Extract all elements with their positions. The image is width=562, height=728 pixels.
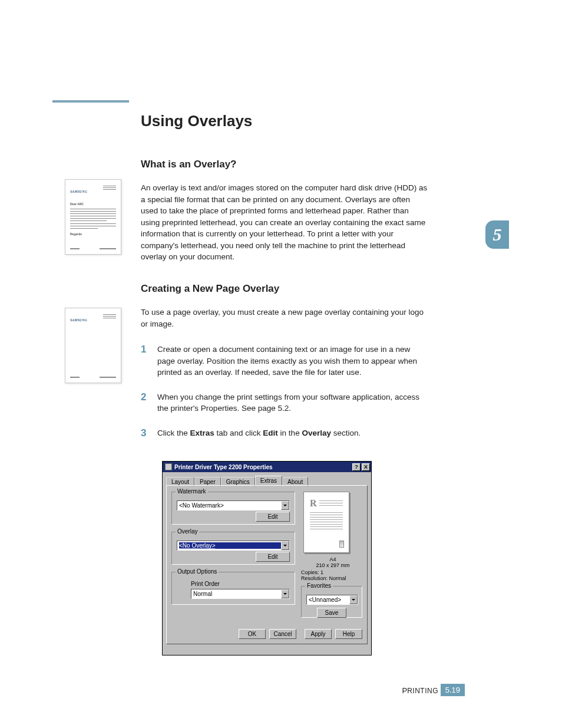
section-heading-creating: Creating a New Page Overlay [141, 283, 429, 295]
step-text: When you change the print settings from … [157, 393, 419, 413]
step-number: 2 [141, 390, 146, 405]
step-number: 3 [141, 426, 146, 441]
printer-icon [165, 463, 172, 470]
overlay-group-label: Overlay [176, 528, 199, 535]
dropdown-arrow-icon[interactable] [281, 589, 289, 598]
section-heading-what-is: What is an Overlay? [141, 159, 429, 170]
print-order-combo[interactable]: Normal [191, 589, 290, 599]
letterhead-sample-full: SAMSUNG Dear ABC Regards [65, 179, 121, 255]
main-content: Using Overlays What is an Overlay? An ov… [141, 112, 429, 452]
step3-suffix: section. [331, 429, 361, 437]
preview-thumbnail-icon [339, 541, 344, 548]
overlay-combo[interactable]: <No Overlay> [177, 541, 290, 551]
footer-section-first: P [402, 686, 407, 695]
chapter-tab: 5 [485, 220, 509, 249]
overlay-combo-value: <No Overlay> [179, 542, 281, 549]
print-order-label: Print Order [191, 581, 290, 587]
address-lines-icon [103, 186, 116, 191]
brand-logo-text: SAMSUNG [70, 318, 87, 322]
preview-paper-dim: 210 x 297 mm [303, 562, 362, 569]
step-1: 1 Create or open a document containing t… [141, 344, 429, 378]
address-lines-icon [103, 314, 116, 319]
dialog-tabbar: Layout Paper Graphics Extras About [166, 476, 368, 485]
ok-button[interactable]: OK [239, 629, 266, 639]
favorites-group-label: Favorites [305, 582, 333, 589]
step3-prefix: Click the [157, 429, 190, 437]
step3-mid1: tab and click [214, 429, 263, 437]
favorites-group: Favorites <Unnamed> Save [301, 586, 362, 618]
overlay-definition-paragraph: An overlay is text and/or images stored … [141, 182, 429, 263]
footer-section-rest: RINTING [407, 687, 438, 695]
illus-closing: Regards [70, 232, 116, 236]
output-options-group: Output Options Print Order Normal [171, 572, 295, 605]
step3-edit: Edit [263, 429, 278, 437]
dropdown-arrow-icon[interactable] [349, 595, 358, 604]
create-intro-paragraph: To use a page overlay, you must create a… [141, 307, 429, 330]
step-text: Click the Extras tab and click Edit in t… [157, 429, 361, 437]
footer-page-number: 5.19 [441, 684, 465, 696]
body-lines-icon [70, 209, 116, 229]
favorites-save-button[interactable]: Save [317, 608, 346, 618]
watermark-group-label: Watermark [176, 488, 208, 495]
dialog-button-row-left: OK Cancel [239, 629, 296, 639]
tab-extras[interactable]: Extras [255, 476, 282, 485]
watermark-group: Watermark <No Watermark> Edit [171, 492, 295, 525]
page-title: Using Overlays [141, 112, 429, 130]
footer-line-right-icon [100, 377, 116, 378]
dropdown-arrow-icon[interactable] [281, 501, 289, 510]
footer-section-label: PRINTING [402, 686, 438, 695]
preview-resolution: Resolution: Normal [301, 575, 346, 582]
step-number: 1 [141, 342, 146, 357]
favorites-combo-value: <Unnamed> [309, 597, 349, 603]
steps-list: 1 Create or open a document containing t… [141, 344, 429, 439]
overlay-edit-button[interactable]: Edit [256, 552, 290, 562]
letterhead-sample-blank: SAMSUNG [65, 308, 121, 383]
cancel-button[interactable]: Cancel [269, 629, 296, 639]
output-options-group-label: Output Options [176, 568, 219, 575]
overlay-group: Overlay <No Overlay> Edit [171, 532, 295, 565]
printer-properties-dialog: Printer Driver Type 2200 Properties ? X … [162, 461, 372, 655]
extras-tab-panel: Watermark <No Watermark> Edit Overlay <N… [166, 485, 368, 644]
dropdown-arrow-icon[interactable] [281, 541, 289, 550]
preview-lines-icon [310, 512, 343, 529]
preview-letter-r: R [310, 498, 317, 509]
apply-button[interactable]: Apply [305, 629, 332, 639]
help-window-button[interactable]: ? [352, 463, 361, 471]
illus-salutation: Dear ABC [70, 202, 116, 206]
footer-line-left-icon [70, 248, 80, 249]
print-order-combo-value: Normal [193, 591, 281, 597]
favorites-combo[interactable]: <Unnamed> [306, 595, 358, 605]
watermark-edit-button[interactable]: Edit [256, 512, 290, 522]
step-2: 2 When you change the print settings fro… [141, 391, 429, 414]
footer-line-left-icon [70, 377, 80, 378]
header-rule [52, 100, 129, 103]
watermark-combo-value: <No Watermark> [179, 502, 281, 509]
step-3: 3 Click the Extras tab and click Edit in… [141, 427, 429, 439]
footer-line-right-icon [100, 248, 116, 249]
brand-logo-text: SAMSUNG [70, 190, 87, 193]
watermark-combo[interactable]: <No Watermark> [177, 500, 290, 510]
preview-lines-icon [319, 500, 343, 509]
dialog-titlebar: Printer Driver Type 2200 Properties ? X [163, 462, 371, 472]
step3-extras: Extras [190, 429, 214, 437]
dialog-title: Printer Driver Type 2200 Properties [174, 464, 351, 470]
close-window-button[interactable]: X [362, 463, 370, 471]
step3-overlay: Overlay [302, 429, 331, 437]
dialog-button-row-right: Apply Help [305, 629, 362, 639]
help-button[interactable]: Help [335, 629, 362, 639]
step-text: Create or open a document containing tex… [157, 345, 417, 377]
step3-mid2: in the [278, 429, 302, 437]
page-preview: R [303, 492, 349, 553]
